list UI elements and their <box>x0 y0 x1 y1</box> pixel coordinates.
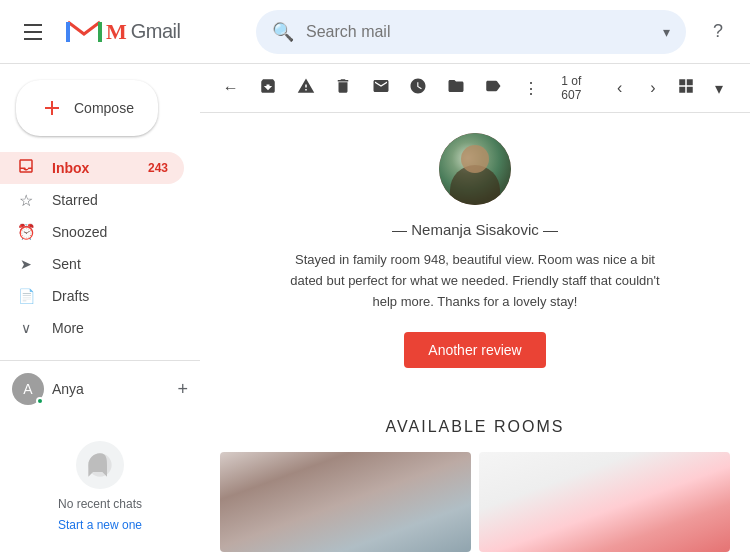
chat-avatar: A <box>12 373 44 405</box>
sent-label: Sent <box>52 256 81 272</box>
snoozed-label: Snoozed <box>52 224 107 240</box>
start-new-chat-link[interactable]: Start a new one <box>58 518 142 532</box>
review-text: Stayed in family room 948, beautiful vie… <box>285 250 665 312</box>
label-button[interactable] <box>478 72 507 104</box>
available-rooms-title: AVAILABLE ROOMS <box>220 418 730 436</box>
avatar-initial: A <box>23 381 32 397</box>
hamburger-menu[interactable] <box>16 16 50 48</box>
back-icon: ← <box>223 79 239 97</box>
email-content: — Nemanja Sisakovic — Stayed in family r… <box>200 113 750 555</box>
report-icon <box>297 77 315 99</box>
drafts-label: Drafts <box>52 288 89 304</box>
review-section: — Nemanja Sisakovic — Stayed in family r… <box>200 113 750 398</box>
inbox-icon <box>16 157 36 179</box>
email-toolbar: ← <box>200 64 750 113</box>
pagination-text: 1 of 607 <box>561 74 601 102</box>
send-icon: ➤ <box>16 256 36 272</box>
prev-icon: ‹ <box>617 79 622 97</box>
compose-plus-icon <box>40 96 64 120</box>
drafts-icon: 📄 <box>16 288 36 304</box>
starred-label: Starred <box>52 192 98 208</box>
gmail-m-letter: M <box>106 19 127 45</box>
rooms-grid <box>220 452 730 552</box>
another-review-button[interactable]: Another review <box>404 332 545 368</box>
no-chats-text: No recent chats <box>8 497 192 511</box>
reviewer-avatar <box>439 133 511 205</box>
delete-button[interactable] <box>328 72 357 104</box>
move-to-button[interactable] <box>441 72 470 104</box>
grid-chevron-button[interactable]: ▾ <box>705 72 734 104</box>
chevron-down-icon: ∨ <box>16 320 36 336</box>
available-rooms-section: AVAILABLE ROOMS <box>200 398 750 552</box>
compose-label: Compose <box>74 100 134 116</box>
star-icon: ☆ <box>16 191 36 210</box>
inbox-label: Inbox <box>52 160 89 176</box>
sidebar-nav: Inbox 243 ☆ Starred ⏰ Snoozed ➤ Sent 📄 D… <box>0 152 200 344</box>
sidebar-item-sent[interactable]: ➤ Sent <box>0 248 184 280</box>
gmail-label: Gmail <box>131 20 181 43</box>
prev-page-button[interactable]: ‹ <box>605 72 634 104</box>
gmail-logo: M Gmail <box>66 18 181 46</box>
header: M Gmail 🔍 ▾ ? <box>0 0 750 64</box>
room-card-1[interactable] <box>220 452 471 552</box>
search-input[interactable] <box>306 23 651 41</box>
online-indicator <box>36 397 44 405</box>
delete-icon <box>334 77 352 99</box>
label-icon <box>484 77 502 99</box>
snooze-button[interactable] <box>403 72 432 104</box>
report-button[interactable] <box>291 72 320 104</box>
email-button[interactable] <box>366 72 395 104</box>
folder-icon <box>447 77 465 99</box>
next-icon: › <box>650 79 655 97</box>
compose-button[interactable]: Compose <box>16 80 158 136</box>
archive-icon <box>259 77 277 99</box>
chat-username: Anya <box>52 381 84 397</box>
dropdown-icon: ▾ <box>715 79 723 98</box>
snooze-icon <box>409 77 427 99</box>
inbox-badge: 243 <box>148 161 168 175</box>
sidebar-item-drafts[interactable]: 📄 Drafts <box>0 280 184 312</box>
question-mark-icon: ? <box>713 21 723 42</box>
gmail-logo-icon <box>66 18 102 46</box>
chat-user-row: A Anya + <box>0 373 200 413</box>
room-card-2[interactable] <box>479 452 730 552</box>
sidebar-item-starred[interactable]: ☆ Starred <box>0 184 184 216</box>
ghost-icon <box>76 441 124 489</box>
svg-rect-1 <box>98 22 102 42</box>
pagination: 1 of 607 ‹ › ▾ <box>561 72 734 104</box>
email-icon <box>372 77 390 99</box>
sidebar-item-more[interactable]: ∨ More <box>0 312 184 344</box>
chat-section: A Anya + No recent chats Start a new one <box>0 360 200 541</box>
clock-icon: ⏰ <box>16 223 36 241</box>
sidebar: Compose Inbox 243 ☆ Starred ⏰ Snoozed <box>0 64 200 555</box>
header-left: M Gmail <box>16 16 256 48</box>
add-chat-button[interactable]: + <box>177 379 188 400</box>
more-vertical-icon: ⋮ <box>523 79 539 98</box>
search-bar[interactable]: 🔍 ▾ <box>256 10 686 54</box>
search-chevron-icon[interactable]: ▾ <box>663 24 670 40</box>
next-page-button[interactable]: › <box>638 72 667 104</box>
archive-button[interactable] <box>253 72 282 104</box>
more-options-button[interactable]: ⋮ <box>516 72 545 104</box>
reviewer-name: — Nemanja Sisakovic — <box>392 221 558 238</box>
header-right: ? <box>702 16 734 48</box>
main-layout: Compose Inbox 243 ☆ Starred ⏰ Snoozed <box>0 64 750 555</box>
more-label: More <box>52 320 84 336</box>
sidebar-item-snoozed[interactable]: ⏰ Snoozed <box>0 216 184 248</box>
content-area: ← <box>200 64 750 555</box>
reviewer-avatar-image <box>439 133 511 205</box>
sidebar-item-inbox[interactable]: Inbox 243 <box>0 152 184 184</box>
svg-rect-0 <box>66 22 70 42</box>
help-button[interactable]: ? <box>702 16 734 48</box>
search-icon: 🔍 <box>272 21 294 43</box>
grid-icon <box>677 77 695 99</box>
no-recent-chats: No recent chats Start a new one <box>0 421 200 541</box>
back-button[interactable]: ← <box>216 72 245 104</box>
grid-view-button[interactable] <box>672 72 701 104</box>
